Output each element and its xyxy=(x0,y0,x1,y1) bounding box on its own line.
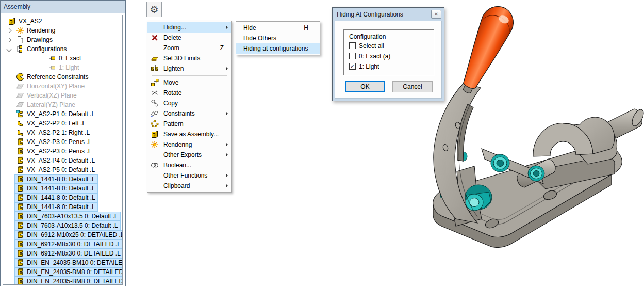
dialog-title: Hiding At Configurations xyxy=(337,11,403,18)
menu-item-move[interactable]: Move xyxy=(147,77,231,88)
delete-x-icon xyxy=(151,34,159,42)
menu-item-rotate[interactable]: Rotate xyxy=(147,88,231,98)
tree-item-plane-yz[interactable]: Lateral(YZ) Plane xyxy=(3,100,122,109)
tree-item-root[interactable]: VX_AS2 xyxy=(3,17,122,26)
menu-item-copy[interactable]: Copy xyxy=(147,98,231,108)
assembly-icon xyxy=(151,130,159,138)
plane-icon xyxy=(16,91,24,100)
chevron-down-icon[interactable] xyxy=(3,47,14,51)
tree-item-part-selected[interactable]: DIN_1441-8 0: Default .L xyxy=(3,174,122,184)
tree-item-part[interactable]: VX_AS2-P3 0: Perus .L xyxy=(3,147,122,156)
menu-item-other-functions[interactable]: Other Functions xyxy=(147,170,231,181)
part-icon xyxy=(16,268,24,276)
part-icon xyxy=(16,166,24,174)
menu-item-clipboard[interactable]: Clipboard xyxy=(147,181,231,191)
tree-item-configurations[interactable]: Configurations xyxy=(3,44,122,54)
menu-item-set-3d-limits[interactable]: Set 3D Limits xyxy=(147,53,231,63)
copy-icon xyxy=(151,99,159,107)
menu-item-rendering[interactable]: Rendering xyxy=(147,139,231,150)
checkbox-unchecked[interactable] xyxy=(349,53,356,59)
tree-item-part-selected[interactable]: DIN_1441-8 0: Default .L xyxy=(3,184,122,193)
submenu-item-hide-others[interactable]: Hide Others xyxy=(236,33,320,43)
reference-constraints-icon xyxy=(16,73,24,81)
submenu-item-hiding-at-configurations[interactable]: Hiding at configurations xyxy=(236,43,320,54)
part-icon xyxy=(16,138,24,146)
tree-item-config-exact[interactable]: 0: Exact xyxy=(3,54,122,63)
submenu-arrow-icon xyxy=(226,25,228,29)
tree-item-part[interactable]: VX_AS2-P3 0: Perus .L xyxy=(3,137,122,147)
context-menu: Hiding... Delete ZoomZ Set 3D Limits Lig… xyxy=(147,21,232,193)
chevron-right-icon[interactable] xyxy=(3,29,14,33)
menu-item-lighten[interactable]: Lighten xyxy=(147,63,231,74)
tree-item-part[interactable]: VX_AS2-P4 0: Default .L xyxy=(3,156,122,165)
ok-button[interactable]: OK xyxy=(345,81,385,92)
configuration-icon xyxy=(48,54,56,62)
shortcut-label: Z xyxy=(220,44,224,52)
tree-item-rendering[interactable]: Rendering xyxy=(3,26,122,35)
tree-item-reference-constraints[interactable]: Reference Constraints xyxy=(3,72,122,82)
chevron-right-icon[interactable] xyxy=(3,38,14,42)
part-pinned-icon xyxy=(16,110,24,118)
tree-item-drawings[interactable]: Drawings xyxy=(3,35,122,44)
tree-item-plane-xy[interactable]: Horizontal(XY) Plane xyxy=(3,82,122,91)
part-icon xyxy=(16,231,24,239)
move-icon xyxy=(151,78,159,87)
checkbox-row-light[interactable]: 1: Light xyxy=(349,61,434,71)
tree-item-part-selected[interactable]: DIN_1441-8 0: Default .L xyxy=(3,193,122,202)
part-icon xyxy=(16,240,24,248)
lighten-icon xyxy=(151,65,159,73)
tree-item-part-selected[interactable]: DIN_7603-A10x13.5 0: Default .L xyxy=(3,221,122,230)
tree-item-label: VX_AS2 xyxy=(19,18,42,25)
menu-item-other-exports[interactable]: Other Exports xyxy=(147,150,231,160)
menu-item-constraints[interactable]: Constraints xyxy=(147,108,231,119)
cancel-button[interactable]: Cancel xyxy=(392,81,433,92)
3d-viewport[interactable] xyxy=(428,0,644,248)
part-angle-icon xyxy=(16,129,24,137)
gear-icon: ⚙ xyxy=(150,5,158,14)
tree-item-part-selected[interactable]: DIN_1441-8 0: Default .L xyxy=(3,202,122,212)
checkbox-checked[interactable] xyxy=(349,63,356,70)
gear-button[interactable]: ⚙ xyxy=(146,2,162,17)
tree-item-part-selected[interactable]: DIN_7603-A10x13.5 0: Default .L xyxy=(3,212,122,221)
tree-item-part-selected[interactable]: DIN_EN_24035-BM8 0: DETAILED .L xyxy=(3,267,122,277)
part-icon xyxy=(16,194,24,202)
part-icon xyxy=(16,249,24,258)
submenu-item-hide[interactable]: HideH xyxy=(236,23,320,33)
plane-icon xyxy=(16,82,24,90)
tree-item-part-selected[interactable]: DIN_6912-M10x25 0: DETAILED .L xyxy=(3,230,122,240)
tree-item-plane-xz[interactable]: Vertical(XZ) Plane xyxy=(3,91,122,100)
menu-item-save-as-assembly[interactable]: Save as Assembly... xyxy=(147,129,231,139)
tree-item-part[interactable]: VX_AS2-P5 0: Default .L xyxy=(3,165,122,174)
tree-item-part[interactable]: VX_AS2-P2 0: Left .L xyxy=(3,119,122,128)
page-icon xyxy=(16,36,24,44)
plane-icon xyxy=(16,101,24,109)
part-angle-icon xyxy=(16,119,24,127)
dialog-body: Configuration Select all 0: Exact (a) 1:… xyxy=(335,21,442,99)
menu-item-zoom[interactable]: ZoomZ xyxy=(147,43,231,53)
dialog-titlebar[interactable]: Hiding At Configurations ✕ xyxy=(333,8,444,21)
tree-item-part-selected[interactable]: DIN_6912-M8x30 0: DETAILED .L xyxy=(3,240,122,249)
tree-item-part[interactable]: VX_AS2-P2 1: Right .L xyxy=(3,128,122,137)
checkbox-unchecked[interactable] xyxy=(349,42,356,49)
panel-title-text: Assembly xyxy=(4,3,30,10)
configuration-group-label: Configuration xyxy=(349,33,434,40)
clamp-handle-knob[interactable] xyxy=(452,1,519,99)
tree-item-part-selected[interactable]: DIN_EN_24035-BM10 0: DETAILED .L xyxy=(3,258,122,267)
part-icon xyxy=(16,277,24,285)
boolean-icon xyxy=(151,161,159,169)
menu-item-pattern[interactable]: Pattern xyxy=(147,119,231,129)
configurations-icon xyxy=(16,45,24,53)
menu-item-boolean[interactable]: Boolean... xyxy=(147,160,231,170)
checkbox-row-exact[interactable]: 0: Exact (a) xyxy=(349,51,434,61)
tree-item-part[interactable]: VX_AS2-P1 0: Default .L xyxy=(3,109,122,119)
menu-item-hiding[interactable]: Hiding... xyxy=(147,22,231,33)
menu-separator xyxy=(152,75,227,76)
tree-item-part-selected[interactable]: DIN_EN_24035-BM8 0: DETAILED .L xyxy=(3,277,122,285)
menu-item-delete[interactable]: Delete xyxy=(147,33,231,43)
submenu-arrow-icon xyxy=(226,173,228,178)
assembly-tree[interactable]: VX_AS2 Rendering Drawings Configurations… xyxy=(3,15,123,285)
tree-item-part-selected[interactable]: DIN_6912-M8x30 0: DETAILED .L xyxy=(3,249,122,258)
tree-item-config-light[interactable]: 1: Light xyxy=(3,63,122,72)
checkbox-row-select-all[interactable]: Select all xyxy=(349,41,434,51)
constraints-icon xyxy=(151,109,159,118)
